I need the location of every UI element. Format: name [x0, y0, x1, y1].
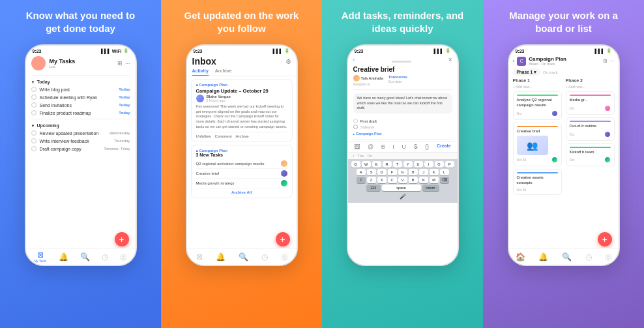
code-icon[interactable]: {}: [425, 143, 429, 150]
underline-icon[interactable]: U: [402, 143, 406, 150]
task-checkbox[interactable]: [31, 95, 37, 100]
key-y[interactable]: Y: [403, 161, 413, 168]
nav-inbox-icon[interactable]: 🔔: [59, 252, 68, 261]
subtask-checkbox[interactable]: [353, 125, 358, 129]
key-e[interactable]: E: [372, 161, 381, 168]
task-row[interactable]: Write blog post Today: [26, 85, 136, 93]
nav-search-icon[interactable]: 🔍: [80, 252, 90, 261]
unfollow-button[interactable]: Unfollow: [196, 134, 211, 138]
settings-icon[interactable]: ⚙: [285, 58, 291, 65]
subtask-checkbox[interactable]: [353, 119, 358, 123]
fab-button[interactable]: +: [598, 232, 612, 246]
key-c[interactable]: C: [388, 177, 397, 183]
key-k[interactable]: K: [430, 169, 439, 175]
nav-inbox-icon[interactable]: 🔔: [216, 252, 226, 261]
key-s[interactable]: S: [367, 169, 376, 175]
nav-recents-icon[interactable]: ◷: [585, 252, 592, 261]
task-checkbox[interactable]: [31, 146, 37, 151]
task-checkbox[interactable]: [31, 130, 37, 136]
nav-search-icon[interactable]: 🔍: [239, 252, 248, 261]
key-r[interactable]: R: [383, 161, 392, 168]
board-card[interactable]: Out-of-h outline Oct: [566, 117, 615, 141]
nav-mytasks-icon[interactable]: ⊠: [196, 252, 203, 261]
key-w[interactable]: W: [362, 161, 371, 168]
strikethrough-icon[interactable]: S̶: [414, 143, 418, 150]
task-checkbox[interactable]: [31, 87, 37, 92]
header-actions[interactable]: ⊞ ···: [117, 60, 130, 67]
nav-goals-icon[interactable]: ◎: [605, 252, 611, 261]
key-l[interactable]: L: [440, 169, 449, 175]
key-shift[interactable]: ⇧: [357, 177, 366, 183]
key-a[interactable]: A: [357, 169, 366, 175]
tab-activity[interactable]: Activity: [192, 68, 209, 76]
key-p[interactable]: P: [445, 161, 454, 168]
inbox-card[interactable]: Campaign Plan Campaign Update – October …: [191, 79, 293, 142]
nav-goals-icon[interactable]: ◎: [281, 252, 287, 261]
key-space[interactable]: space: [382, 185, 421, 191]
key-n[interactable]: N: [419, 177, 428, 183]
bold-icon[interactable]: B: [381, 143, 385, 150]
sort-icon[interactable]: ⊞: [117, 60, 123, 67]
add-new-label[interactable]: + Add new...: [513, 85, 562, 89]
input-placeholder[interactable]: I The I'm: [353, 154, 452, 158]
key-u[interactable]: U: [414, 161, 423, 168]
task-row[interactable]: Write interview feedback Thursday: [26, 137, 136, 145]
key-j[interactable]: J: [419, 169, 428, 175]
more-icon[interactable]: ×: [448, 56, 452, 63]
key-o[interactable]: O: [435, 161, 444, 168]
archive-button[interactable]: Archive: [236, 134, 249, 138]
more-icon[interactable]: ···: [610, 58, 615, 64]
archive-all-button[interactable]: Archive All: [196, 190, 287, 194]
phase-1-button[interactable]: Phase 1 ▾: [513, 68, 540, 76]
task-row[interactable]: Schedule meeting with Ryan Today: [26, 93, 136, 101]
microphone-icon[interactable]: 🎤: [349, 192, 456, 201]
board-card[interactable]: Media gr... Oct: [566, 91, 615, 115]
create-button[interactable]: Create: [437, 143, 451, 150]
filter-icon[interactable]: ⊞: [603, 58, 607, 64]
nav-home-icon[interactable]: 🏠: [516, 252, 525, 261]
task-row[interactable]: Finalize product roadmap Today: [26, 109, 136, 117]
key-i[interactable]: I: [424, 161, 433, 168]
task-row[interactable]: Send invitations Today: [26, 101, 136, 109]
task-row[interactable]: Draft campaign copy Tomorrow · Friday: [26, 145, 136, 153]
key-v[interactable]: V: [398, 177, 407, 183]
key-m[interactable]: M: [430, 177, 439, 183]
key-return[interactable]: return: [422, 185, 439, 191]
nav-recents-icon[interactable]: ◷: [261, 252, 268, 261]
italic-icon[interactable]: I: [392, 143, 394, 150]
task-checkbox[interactable]: [31, 110, 37, 115]
mention-icon[interactable]: @: [368, 143, 373, 150]
task-row[interactable]: Review updated presentation Wednesday: [26, 129, 136, 137]
task-checkbox[interactable]: [31, 102, 37, 108]
comment-button[interactable]: Comment: [215, 134, 232, 138]
board-card[interactable]: Analyze Q2 regional campaign results Oct: [513, 91, 562, 120]
nav-mytasks-icon[interactable]: ⊠My Tasks: [35, 250, 47, 263]
add-new-label[interactable]: + Add new...: [566, 85, 615, 89]
fab-button[interactable]: +: [276, 232, 290, 246]
fab-button[interactable]: +: [115, 232, 129, 246]
nav-goals-icon[interactable]: ◎: [120, 252, 126, 261]
key-z[interactable]: Z: [367, 177, 376, 183]
key-x[interactable]: X: [377, 177, 387, 183]
key-t[interactable]: T: [393, 161, 402, 168]
key-d[interactable]: D: [377, 169, 387, 175]
nav-recents-icon[interactable]: ◷: [102, 252, 108, 261]
more-icon[interactable]: ···: [125, 60, 130, 67]
board-card[interactable]: Kickoff b team Oct: [566, 143, 615, 167]
key-g[interactable]: G: [398, 169, 407, 175]
key-q[interactable]: Q: [351, 161, 360, 168]
task-checkbox[interactable]: [31, 138, 37, 143]
back-icon[interactable]: ‹: [513, 58, 515, 64]
key-f[interactable]: F: [388, 169, 397, 175]
board-card[interactable]: Creative brief 👥 Oct 30: [513, 123, 562, 167]
nav-search-icon[interactable]: 🔍: [562, 252, 572, 261]
image-icon[interactable]: 🖼: [354, 143, 360, 150]
key-h[interactable]: H: [409, 169, 418, 175]
key-123[interactable]: 123: [366, 185, 381, 191]
subtask-row[interactable]: First draft: [348, 118, 458, 124]
subtask-row[interactable]: Subtask: [348, 124, 458, 130]
nav-inbox-icon[interactable]: 🔔: [538, 252, 548, 261]
key-delete[interactable]: ⌫: [440, 177, 449, 183]
board-card[interactable]: Creative assets concepts Oct 30: [513, 169, 562, 195]
key-b[interactable]: B: [409, 177, 418, 183]
